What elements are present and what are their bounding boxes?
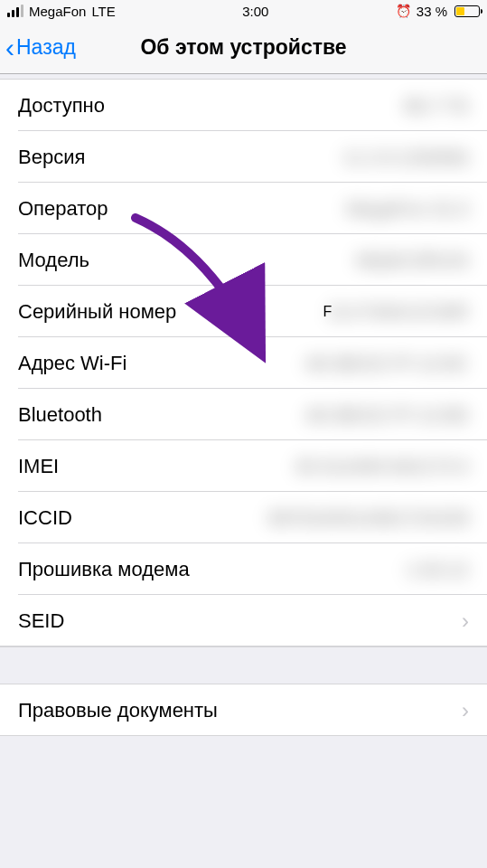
settings-list: Доступно 86,7 ГБ Версия 11.2.6 (15D60) О…: [0, 80, 487, 646]
chevron-left-icon: ‹: [5, 34, 14, 61]
row-bluetooth[interactable]: Bluetooth A0:3B:E3:7F:12:8D: [0, 389, 487, 440]
row-value-wrap: F 2LV7AKKJCWR: [323, 301, 469, 323]
row-value: 2LV7AKKJCWR: [328, 301, 469, 323]
carrier-label: MegaFon: [29, 4, 86, 19]
alarm-icon: ⏰: [396, 4, 411, 18]
row-label: Оператор: [18, 197, 108, 221]
row-label: IMEI: [18, 455, 59, 478]
chevron-right-icon: ›: [462, 698, 469, 723]
row-seid[interactable]: SEID ›: [0, 595, 487, 646]
row-label: Правовые документы: [18, 699, 218, 722]
row-label: Bluetooth: [18, 403, 102, 427]
row-value: 11.2.6 (15D60): [342, 146, 469, 168]
status-left: MegaFon LTE: [7, 4, 116, 19]
row-label: Серийный номер: [18, 300, 176, 324]
row-legal[interactable]: Правовые документы ›: [0, 684, 487, 736]
row-value: 86,7 ГБ: [404, 95, 469, 117]
row-label: Модель: [18, 249, 89, 272]
legal-list: Правовые документы ›: [0, 684, 487, 736]
row-carrier[interactable]: Оператор MegaFon 31.0: [0, 183, 487, 234]
row-model[interactable]: Модель MQAC2RU/A: [0, 234, 487, 286]
row-iccid[interactable]: ICCID 8970102514301724159: [0, 492, 487, 543]
row-label: Версия: [18, 146, 85, 169]
status-bar: MegaFon LTE 3:00 ⏰ 33 %: [0, 0, 487, 22]
section-spacer: [0, 646, 487, 684]
row-value: 1.03.12: [406, 559, 469, 580]
row-available[interactable]: Доступно 86,7 ГБ: [0, 80, 487, 131]
row-modem-firmware[interactable]: Прошивка модема 1.03.12: [0, 543, 487, 595]
row-value: 8970102514301724159: [268, 507, 469, 529]
row-value: MegaFon 31.0: [347, 198, 469, 220]
back-label: Назад: [16, 35, 76, 60]
row-value: A0:3B:E3:7F:12:8D: [305, 404, 469, 426]
row-label: Прошивка модема: [18, 558, 190, 581]
row-label: SEID: [18, 609, 64, 633]
battery-icon: [454, 5, 480, 17]
status-time: 3:00: [242, 4, 268, 19]
battery-percent: 33 %: [417, 4, 447, 19]
row-value: A0:3B:E3:7F:12:8C: [305, 353, 469, 374]
network-label: LTE: [91, 4, 115, 19]
row-value: 35 612409 842173 0: [295, 456, 469, 477]
row-wifi[interactable]: Адрес Wi-Fi A0:3B:E3:7F:12:8C: [0, 337, 487, 389]
back-button[interactable]: ‹ Назад: [0, 34, 76, 61]
row-serial[interactable]: Серийный номер F 2LV7AKKJCWR: [0, 286, 487, 337]
row-label: Доступно: [18, 94, 105, 118]
row-label: ICCID: [18, 506, 72, 530]
row-label: Адрес Wi-Fi: [18, 352, 126, 375]
row-imei[interactable]: IMEI 35 612409 842173 0: [0, 440, 487, 492]
status-right: ⏰ 33 %: [396, 4, 480, 19]
chevron-right-icon: ›: [462, 609, 469, 634]
row-value: MQAC2RU/A: [356, 250, 469, 271]
signal-strength-icon: [7, 5, 23, 17]
navigation-bar: ‹ Назад Об этом устройстве: [0, 22, 487, 74]
row-version[interactable]: Версия 11.2.6 (15D60): [0, 131, 487, 183]
